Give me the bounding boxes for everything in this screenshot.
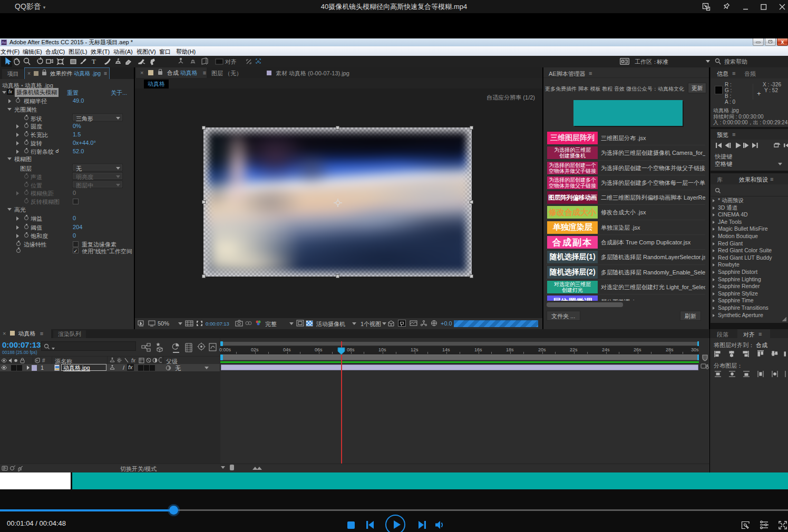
svg-text:T: T bbox=[92, 57, 96, 65]
svg-text:#: # bbox=[42, 358, 45, 363]
svg-text:对齐: 对齐 bbox=[225, 58, 237, 65]
svg-text:fx: fx bbox=[131, 358, 136, 363]
